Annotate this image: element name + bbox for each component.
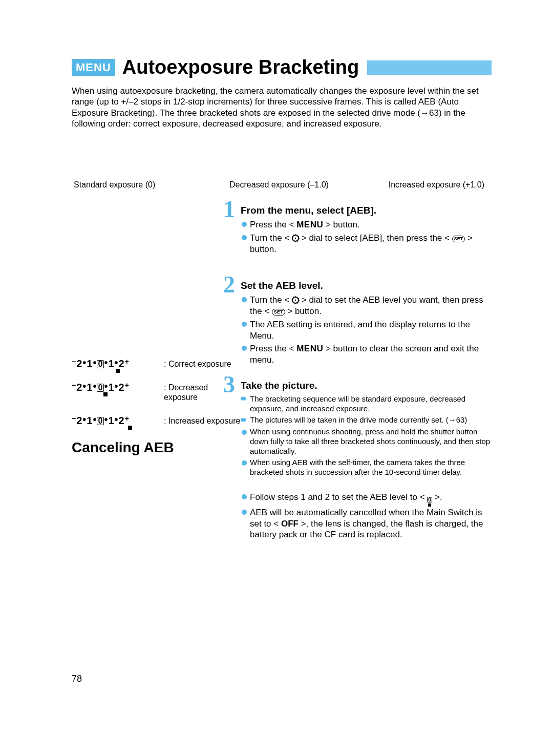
intro-paragraph: When using autoexposure bracketing, the … — [72, 86, 492, 129]
caption-increased: Increased exposure (+1.0) — [348, 180, 490, 190]
step-2: 2Set the AEB level.Turn the < > dial to … — [241, 280, 492, 366]
dial-icon — [292, 235, 299, 242]
bullet-line: Press the < MENU > button to clear the s… — [241, 343, 492, 366]
exposure-scale-icon: −2•1•0•1•2+ — [72, 382, 164, 392]
bullet-line: Press the < MENU > button. — [241, 219, 492, 230]
title-accent-bar — [367, 60, 492, 75]
bullet-line: When using continuous shooting, press an… — [241, 427, 492, 456]
left-column: −2•1•0•1•2+: Correct exposure−2•1•0•1•2+… — [72, 205, 241, 542]
result-line: The bracketing sequence will be standard… — [241, 394, 492, 414]
dial-icon — [292, 297, 299, 304]
bullet-line: Turn the < > dial to set the AEB level y… — [241, 295, 492, 317]
exposure-scale-row: −2•1•0•1•2+: Increased exposure — [72, 415, 241, 426]
step-number: 2 — [223, 273, 235, 297]
exposure-scale-row: −2•1•0•1•2+: Decreased exposure — [72, 382, 241, 402]
canceling-aeb-body: Follow steps 1 and 2 to set the AEB leve… — [241, 492, 492, 540]
exposure-scale-label: : Correct exposure — [164, 359, 231, 369]
step-body: Turn the < > dial to set the AEB level y… — [241, 295, 492, 366]
example-captions: Standard exposure (0) Decreased exposure… — [72, 180, 492, 190]
exposure-scale-row: −2•1•0•1•2+: Correct exposure — [72, 359, 241, 369]
canceling-aeb-heading: Canceling AEB — [72, 439, 241, 456]
exposure-scale-icon: −2•1•0•1•2+ — [72, 415, 164, 426]
menu-badge: MENU — [72, 59, 115, 76]
bullet-line: Turn the < > dial to select [AEB], then … — [241, 233, 492, 255]
page-title-row: MENU Autoexposure Bracketing — [72, 56, 492, 78]
set-icon: SET — [272, 309, 285, 316]
step-1: 1From the menu, select [AEB].Press the <… — [241, 205, 492, 255]
bullet-line: When using AEB with the self-timer, the … — [241, 458, 492, 477]
step-title: Take the picture. — [241, 380, 492, 391]
bullet-line: Follow steps 1 and 2 to set the AEB leve… — [241, 492, 492, 505]
caption-decreased: Decreased exposure (–1.0) — [210, 180, 347, 190]
exposure-scale-label: : Increased exposure — [164, 415, 240, 426]
step-title: Set the AEB level. — [241, 280, 492, 291]
set-icon: SET — [452, 236, 465, 242]
manual-page: MENU Autoexposure Bracketing When using … — [0, 0, 553, 756]
step-number: 1 — [223, 198, 235, 221]
step-body: The bracketing sequence will be standard… — [241, 394, 492, 477]
bullet-line: The AEB setting is entered, and the disp… — [241, 319, 492, 342]
bullet-line: AEB will be automatically cancelled when… — [241, 507, 492, 540]
page-title: Autoexposure Bracketing — [122, 56, 359, 78]
step-body: Press the < MENU > button.Turn the < > d… — [241, 219, 492, 255]
caption-standard: Standard exposure (0) — [74, 180, 210, 190]
step-3: 3Take the picture.The bracketing sequenc… — [241, 380, 492, 477]
page-number: 78 — [72, 674, 82, 684]
step-number: 3 — [223, 373, 235, 396]
result-line: The pictures will be taken in the drive … — [241, 415, 492, 425]
step-title: From the menu, select [AEB]. — [241, 205, 492, 216]
right-column: 1From the menu, select [AEB].Press the <… — [241, 205, 492, 542]
exposure-scale-list: −2•1•0•1•2+: Correct exposure−2•1•0•1•2+… — [72, 359, 241, 426]
zero-marker-icon: 0 — [427, 497, 432, 507]
exposure-scale-icon: −2•1•0•1•2+ — [72, 359, 164, 369]
